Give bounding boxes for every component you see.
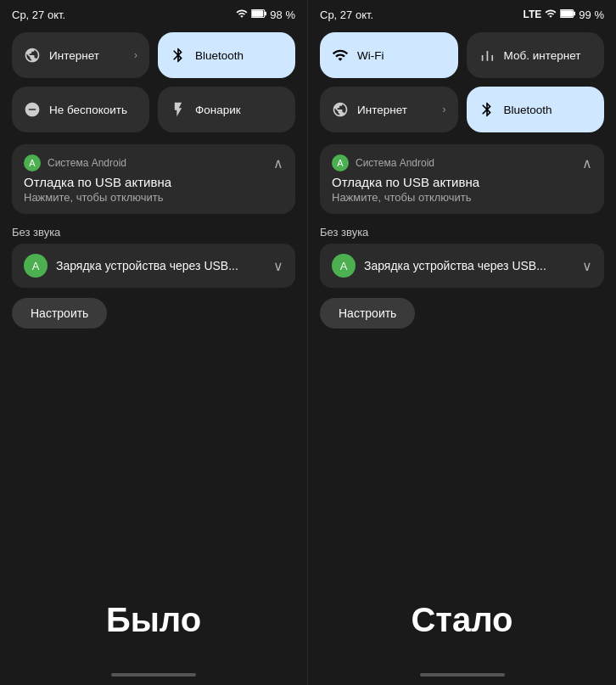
left-notif-header: A Система Android ∧ [24,154,283,171]
right-signal-icon [545,8,557,22]
right-section-label: Без звука [308,214,616,244]
left-battery-icon [251,8,266,21]
right-tile-wifi-label: Wi-Fi [357,49,446,62]
left-tile-dnd[interactable]: Не беспокоить [12,87,149,132]
left-usb-label: Зарядка устройства через USB... [56,259,265,272]
left-home-indicator [111,673,196,677]
right-tile-mobile[interactable]: Моб. интернет [467,32,605,78]
right-usb-label: Зарядка устройства через USB... [364,259,574,272]
left-notif-body: Нажмите, чтобы отключить [24,191,283,204]
left-status-icons: 98 % [236,8,295,22]
right-usb-chevron[interactable]: ∨ [582,258,592,274]
right-notif-expand-icon[interactable]: ∧ [582,155,592,171]
right-battery-text: 99 % [579,8,604,21]
bluetooth-icon-left [170,47,187,64]
left-status-bar: Ср, 27 окт. 98 % [0,0,307,25]
left-notification-card[interactable]: A Система Android ∧ Отладка по USB актив… [12,144,295,214]
internet-arrow: › [134,49,137,61]
svg-rect-1 [265,11,266,15]
right-notification-card[interactable]: A Система Android ∧ Отладка по USB актив… [320,144,604,214]
bluetooth-icon-right [479,101,496,118]
left-notif-title: Отладка по USB активна [24,175,283,189]
left-settings-button[interactable]: Настроить [12,298,107,328]
left-tile-dnd-label: Не беспокоить [49,104,137,116]
wifi-icon [332,47,349,64]
right-quick-tiles: Wi-Fi Моб. интернет Интернет › Bluetooth [308,25,616,141]
right-usb-icon: A [332,254,356,278]
left-tile-internet-label: Интернет [49,49,126,62]
right-status-bar: Ср, 27 окт. LTE 99 % [308,0,616,25]
left-comparison-label: Было [0,584,307,673]
right-tile-wifi[interactable]: Wi-Fi [320,32,458,78]
left-tile-flashlight-label: Фонарик [195,104,283,116]
right-notif-app: A Система Android [332,154,434,171]
svg-rect-5 [561,10,573,17]
right-tile-bluetooth-label: Bluetooth [504,104,593,116]
internet-arrow-right: › [443,104,446,115]
right-time: Ср, 27 окт. [320,8,373,21]
right-comparison-label: Стало [308,584,616,673]
left-quick-tiles: Интернет › Bluetooth Не беспокоить Фонар… [0,25,307,141]
right-notif-header: A Система Android ∧ [332,154,592,171]
right-status-icons: LTE 99 % [524,8,604,22]
dnd-icon [24,101,41,118]
left-tile-bluetooth-label: Bluetooth [195,49,283,62]
right-home-indicator [420,673,505,677]
svg-rect-2 [252,10,264,17]
left-notif-expand-icon[interactable]: ∧ [273,155,283,171]
right-lte-text: LTE [524,8,542,20]
right-notif-body: Нажмите, чтобы отключить [332,191,592,204]
left-notif-app-name: Система Android [48,157,126,169]
internet-icon-right [332,101,349,118]
left-usb-chevron[interactable]: ∨ [273,258,283,274]
left-android-icon: A [24,154,41,171]
right-battery-icon [560,8,575,21]
left-tile-internet[interactable]: Интернет › [12,32,149,78]
right-usb-row[interactable]: A Зарядка устройства через USB... ∨ [320,244,604,288]
left-usb-icon: A [24,254,48,278]
left-tile-bluetooth[interactable]: Bluetooth [158,32,295,78]
left-signal-icon [236,8,248,22]
right-tile-internet-label: Интернет [357,104,434,116]
right-android-icon: A [332,154,349,171]
internet-icon [24,47,41,64]
right-tile-mobile-label: Моб. интернет [504,49,593,62]
right-tile-bluetooth[interactable]: Bluetooth [467,87,605,132]
left-notif-app: A Система Android [24,154,126,171]
left-battery-text: 98 % [270,8,295,21]
flashlight-icon [170,101,187,118]
left-panel: Ср, 27 окт. 98 % Интернет › Bluetooth [0,0,308,685]
right-tile-internet[interactable]: Интернет › [320,87,458,132]
svg-rect-4 [574,11,575,15]
left-time: Ср, 27 окт. [12,8,65,21]
right-notif-title: Отладка по USB активна [332,175,592,189]
right-settings-button[interactable]: Настроить [320,298,415,328]
right-panel: Ср, 27 окт. LTE 99 % Wi-Fi Моб. интернет [308,0,616,685]
right-notif-app-name: Система Android [356,157,434,169]
left-usb-row[interactable]: A Зарядка устройства через USB... ∨ [12,244,295,288]
left-section-label: Без звука [0,214,307,244]
mobile-data-icon [479,47,496,64]
left-tile-flashlight[interactable]: Фонарик [158,87,295,132]
